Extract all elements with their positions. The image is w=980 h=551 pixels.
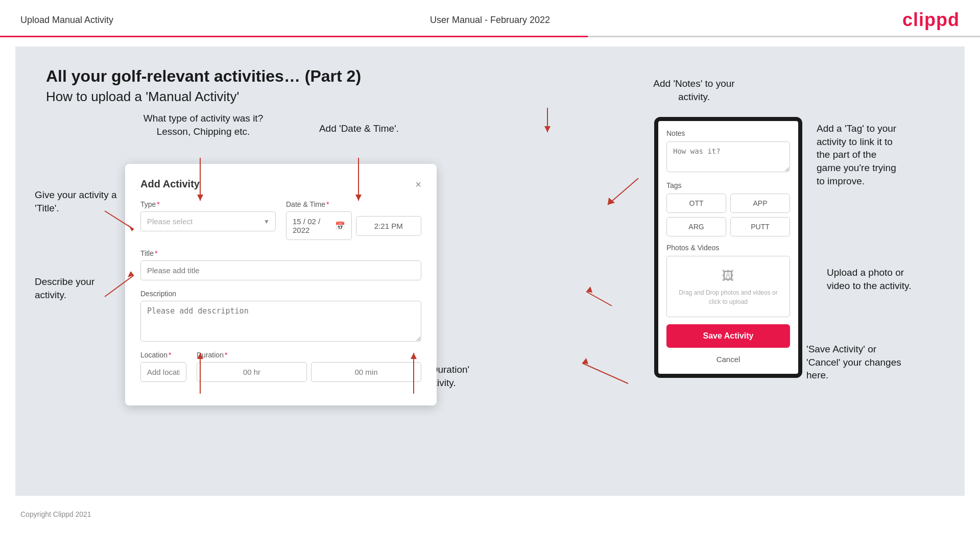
callout-notes: Add 'Notes' to your activity.	[638, 77, 750, 103]
callout-save-cancel: 'Save Activity' or 'Cancel' your changes…	[806, 343, 949, 382]
notes-section-label: Notes	[666, 129, 790, 137]
time-input[interactable]: 2:21 PM	[356, 216, 422, 236]
location-group: Location*	[140, 351, 186, 382]
description-input[interactable]	[140, 301, 421, 342]
callout-describe: Describe your activity.	[35, 275, 124, 301]
top-divider	[0, 36, 980, 37]
datetime-label: Date & Time*	[286, 200, 421, 208]
dialog-title: Add Activity	[140, 178, 200, 190]
duration-label: Duration*	[197, 351, 421, 359]
duration-inputs	[197, 362, 421, 382]
close-button[interactable]: ×	[415, 179, 421, 189]
type-label: Type*	[140, 200, 276, 208]
location-input[interactable]	[140, 362, 186, 382]
description-group: Description	[140, 290, 421, 342]
date-time-inputs: 15 / 02 / 2022 📅 2:21 PM	[286, 211, 421, 240]
callout-upload: Upload a photo or video to the activity.	[827, 266, 949, 292]
svg-line-18	[582, 363, 628, 384]
description-label: Description	[140, 290, 421, 298]
svg-line-16	[586, 292, 612, 306]
tags-grid: OTT APP ARG PUTT	[666, 194, 790, 236]
page-title: Upload Manual Activity	[20, 15, 113, 26]
type-select[interactable]: Please select	[140, 211, 276, 231]
phone-mock: Notes Tags OTT APP ARG PUTT Photos & Vid…	[654, 117, 802, 378]
calendar-icon: 📅	[335, 221, 345, 231]
duration-group: Duration*	[197, 351, 421, 382]
duration-min-input[interactable]	[311, 362, 421, 382]
callout-tag: Add a 'Tag' to your activity to link it …	[817, 122, 949, 187]
title-label: Title*	[140, 249, 421, 257]
notes-input[interactable]	[666, 141, 790, 172]
photo-icon: 🖼	[672, 267, 784, 285]
phone-panel: Notes Tags OTT APP ARG PUTT Photos & Vid…	[654, 117, 802, 378]
logo: clippd	[902, 9, 960, 31]
photos-section-label: Photos & Videos	[666, 244, 790, 252]
add-activity-dialog: Add Activity × Type* Please select Date …	[125, 164, 437, 405]
type-datetime-row: Type* Please select Date & Time* 15 / 02…	[140, 200, 421, 240]
photo-upload-text: Drag and Drop photos and videos or click…	[672, 288, 784, 306]
footer: Copyright Clippd 2021	[0, 505, 980, 523]
title-input[interactable]	[140, 260, 421, 280]
page-subheading: How to upload a 'Manual Activity'	[46, 89, 934, 105]
location-label: Location*	[140, 351, 186, 359]
svg-line-14	[608, 178, 638, 205]
duration-hr-input[interactable]	[197, 362, 307, 382]
save-activity-button[interactable]: Save Activity	[666, 324, 790, 348]
location-duration-row: Location* Duration*	[140, 351, 421, 382]
tag-app[interactable]: APP	[730, 194, 790, 213]
photo-upload-area[interactable]: 🖼 Drag and Drop photos and videos or cli…	[666, 256, 790, 317]
page-heading: All your golf-relevant activities… (Part…	[46, 67, 934, 86]
title-group: Title*	[140, 249, 421, 280]
type-select-wrapper[interactable]: Please select	[140, 211, 276, 231]
top-bar: Upload Manual Activity User Manual - Feb…	[0, 0, 980, 36]
copyright: Copyright Clippd 2021	[20, 510, 91, 518]
callout-activity-type: What type of activity was it? Lesson, Ch…	[142, 112, 265, 138]
tag-ott[interactable]: OTT	[666, 194, 726, 213]
svg-marker-19	[582, 358, 588, 364]
callout-title: Give your activity a 'Title'.	[35, 188, 124, 214]
date-value: 15 / 02 / 2022	[293, 217, 331, 234]
manual-label: User Manual - February 2022	[430, 15, 550, 26]
tag-putt[interactable]: PUTT	[730, 217, 790, 236]
main-content: All your golf-relevant activities… (Part…	[15, 46, 965, 496]
datetime-group: Date & Time* 15 / 02 / 2022 📅 2:21 PM	[286, 200, 421, 240]
dialog-header: Add Activity ×	[140, 178, 421, 190]
svg-marker-15	[608, 198, 615, 205]
phone-mock-inner: Notes Tags OTT APP ARG PUTT Photos & Vid…	[666, 129, 790, 366]
svg-marker-17	[586, 286, 592, 293]
svg-marker-13	[544, 126, 551, 132]
tags-section-label: Tags	[666, 181, 790, 189]
callout-date-time: Add 'Date & Time'.	[313, 122, 405, 135]
type-group: Type* Please select	[140, 200, 276, 240]
cancel-link[interactable]: Cancel	[666, 353, 790, 366]
date-input[interactable]: 15 / 02 / 2022 📅	[286, 211, 352, 240]
tag-arg[interactable]: ARG	[666, 217, 726, 236]
